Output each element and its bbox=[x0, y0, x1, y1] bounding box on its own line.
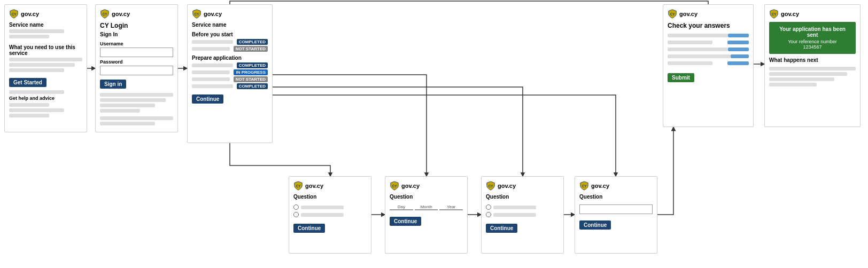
q3-radio2[interactable] bbox=[486, 212, 491, 217]
svg-text:CY: CY bbox=[195, 12, 200, 16]
check-answers-card: CY gov.cy Check your answers bbox=[663, 4, 754, 127]
what-you-need-label: What you need to use this service bbox=[9, 44, 82, 56]
ref-label: Your reference number bbox=[773, 39, 851, 44]
q1-radio1[interactable] bbox=[293, 204, 299, 210]
q1-continue-button[interactable]: Continue bbox=[293, 224, 325, 233]
next-line1 bbox=[769, 67, 856, 70]
landing-card: CY gov.cy Service name What you need to … bbox=[4, 4, 87, 132]
check-row-3 bbox=[668, 48, 749, 51]
password-input[interactable] bbox=[100, 66, 173, 75]
login-line3 bbox=[100, 104, 155, 107]
confirmation-title: Your application has been sent bbox=[773, 26, 851, 38]
check-value-2 bbox=[727, 41, 749, 44]
day-input[interactable] bbox=[390, 209, 413, 210]
before-start-label: Before you start bbox=[192, 31, 268, 37]
q3-option2-label bbox=[493, 213, 536, 217]
task-row-3: COMPLETED bbox=[192, 62, 268, 68]
year-input[interactable] bbox=[439, 209, 463, 210]
desc-line3 bbox=[9, 68, 64, 72]
shield-icon-check: CY bbox=[668, 9, 677, 19]
check-label-4 bbox=[668, 54, 731, 58]
task-label-6 bbox=[192, 84, 233, 88]
check-label-3 bbox=[668, 48, 728, 51]
desc-line2 bbox=[9, 63, 75, 67]
check-label-1 bbox=[668, 34, 728, 37]
sign-in-button[interactable]: Sign in bbox=[100, 80, 126, 89]
q4-continue-button[interactable]: Continue bbox=[579, 220, 611, 230]
svg-text:CY: CY bbox=[12, 12, 17, 16]
login-line2 bbox=[100, 98, 166, 102]
question2-card: CY gov.cy Question Day Month Year Contin… bbox=[385, 176, 468, 254]
help-line1 bbox=[9, 103, 49, 107]
desc-line1 bbox=[9, 58, 82, 61]
help-line2 bbox=[9, 108, 64, 112]
help-line3 bbox=[9, 114, 49, 117]
q2-continue-button[interactable]: Continue bbox=[390, 217, 421, 226]
q1-option1 bbox=[293, 204, 367, 210]
day-label: Day bbox=[390, 204, 413, 209]
ref-number: 1234567 bbox=[773, 44, 851, 50]
month-input[interactable] bbox=[415, 209, 438, 210]
badge-in-progress-1: IN PROGRESS bbox=[234, 69, 268, 75]
service-line1 bbox=[9, 29, 64, 33]
question4-card: CY gov.cy Question Continue bbox=[575, 176, 657, 254]
shield-icon-tasklist: CY bbox=[192, 9, 201, 19]
task-row-1: COMPLETED bbox=[192, 39, 268, 45]
check-value-4 bbox=[731, 54, 749, 58]
q3-question: Question bbox=[486, 194, 559, 200]
tasklist-continue-button[interactable]: Continue bbox=[192, 94, 223, 104]
q3-option1-label bbox=[493, 206, 536, 209]
task-row-2: NOT STARTED bbox=[192, 46, 268, 52]
submit-button[interactable]: Submit bbox=[668, 73, 694, 82]
task-row-5: NOT STARTED bbox=[192, 76, 268, 82]
check-row-4 bbox=[668, 54, 749, 58]
check-label-2 bbox=[668, 41, 712, 44]
login-line5 bbox=[100, 116, 173, 120]
check-value-1 bbox=[728, 34, 749, 37]
q2-question: Question bbox=[390, 194, 463, 200]
shield-icon: CY bbox=[9, 9, 19, 19]
month-field-wrapper: Month bbox=[415, 204, 438, 210]
password-label: Password bbox=[100, 59, 173, 65]
task-row-6: COMPLETED bbox=[192, 83, 268, 89]
q4-question: Question bbox=[579, 194, 653, 200]
login-logo: CY gov.cy bbox=[100, 9, 173, 19]
task-label-5 bbox=[192, 77, 230, 81]
confirm-logo: CY gov.cy bbox=[769, 9, 856, 19]
task-label-2 bbox=[192, 47, 230, 51]
check-row-2 bbox=[668, 41, 749, 44]
service-name-label: Service name bbox=[9, 22, 82, 28]
shield-icon-q4: CY bbox=[579, 181, 589, 191]
prepare-label: Prepare application bbox=[192, 55, 268, 61]
q1-logo: CY gov.cy bbox=[293, 181, 367, 191]
service-line2 bbox=[9, 35, 49, 38]
help-advice: Get help and advice bbox=[9, 96, 82, 101]
get-started-button[interactable]: Get Started bbox=[9, 78, 46, 87]
badge-completed-3: COMPLETED bbox=[237, 83, 268, 89]
task-label-4 bbox=[192, 70, 230, 74]
q3-continue-button[interactable]: Continue bbox=[486, 224, 517, 233]
q3-logo: CY gov.cy bbox=[486, 181, 559, 191]
q3-option2 bbox=[486, 212, 559, 217]
shield-icon-q1: CY bbox=[293, 181, 303, 191]
svg-text:CY: CY bbox=[772, 12, 777, 16]
q3-option1 bbox=[486, 204, 559, 210]
badge-not-started-1: NOT STARTED bbox=[234, 46, 268, 52]
year-field-wrapper: Year bbox=[439, 204, 463, 210]
q3-radio1[interactable] bbox=[486, 204, 491, 210]
shield-icon-confirm: CY bbox=[769, 9, 779, 19]
tasklist-service-name: Service name bbox=[192, 22, 268, 28]
help-label bbox=[9, 90, 64, 94]
shield-icon-q3: CY bbox=[486, 181, 495, 191]
badge-completed-1: COMPLETED bbox=[237, 39, 268, 45]
tasklist-logo: CY gov.cy bbox=[192, 9, 268, 19]
question3-card: CY gov.cy Question Continue bbox=[481, 176, 564, 254]
shield-icon-login: CY bbox=[100, 9, 110, 19]
q1-radio2[interactable] bbox=[293, 212, 299, 217]
q4-text-input[interactable] bbox=[579, 204, 653, 214]
task-label-3 bbox=[192, 64, 233, 67]
username-input[interactable] bbox=[100, 48, 173, 57]
login-title: CY Login bbox=[100, 22, 173, 29]
what-happens-next: What happens next bbox=[769, 57, 856, 63]
check-value-5 bbox=[727, 61, 749, 65]
